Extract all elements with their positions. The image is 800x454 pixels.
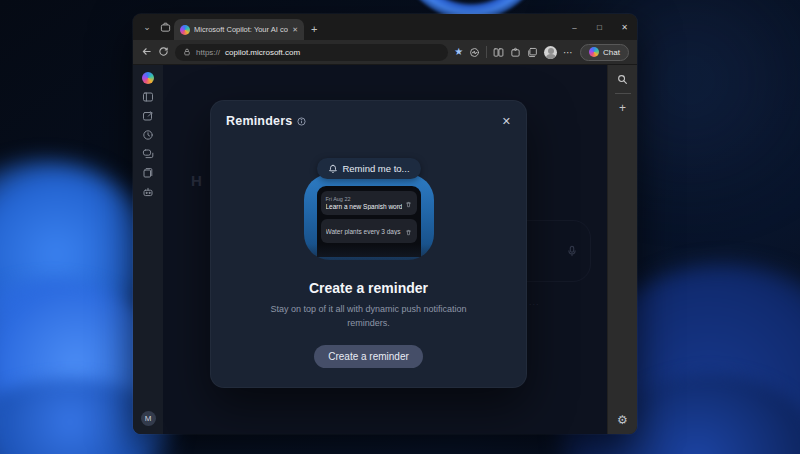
browser-tab[interactable]: Microsoft Copilot: Your AI compan ✕ xyxy=(174,19,304,40)
tab-title: Microsoft Copilot: Your AI compan xyxy=(194,25,288,34)
modal-description: Stay on top of it all with dynamic push … xyxy=(249,303,489,331)
remind-me-pill: Remind me to... xyxy=(316,158,420,179)
copilot-page: H ... Reminders ✕ xyxy=(163,65,607,434)
bookmark-star-icon[interactable]: ★ xyxy=(454,47,463,57)
sidebar-divider xyxy=(615,93,631,94)
more-menu-icon[interactable]: ⋯ xyxy=(563,47,574,58)
reminder-item: Fri Aug 22 Learn a new Spanish word xyxy=(321,191,417,215)
settings-gear-icon[interactable]: ⚙ xyxy=(617,414,628,426)
reminders-modal: Reminders ✕ Remind me to... xyxy=(210,100,527,388)
lock-icon xyxy=(183,48,191,56)
sidebar-add-icon[interactable]: + xyxy=(619,102,626,114)
remind-me-pill-label: Remind me to... xyxy=(342,163,409,174)
copilot-favicon-icon xyxy=(180,25,190,35)
window-controls: – □ ✕ xyxy=(562,14,637,40)
browser-essentials-icon[interactable] xyxy=(469,47,480,58)
url-host: copilot.microsoft.com xyxy=(225,48,300,57)
reminder-title: Water plants every 3 days xyxy=(326,228,402,235)
reminders-illustration: Remind me to... Fri Aug 22 Learn a new S… xyxy=(211,128,526,278)
page-content: M H ... Reminders ✕ xyxy=(133,65,637,434)
user-avatar[interactable]: M xyxy=(141,411,156,426)
desktop-wallpaper: ⌄ Microsoft Copilot: Your AI compan ✕ + … xyxy=(0,0,800,454)
history-icon[interactable] xyxy=(142,129,154,141)
info-icon[interactable] xyxy=(297,117,306,126)
collections-icon[interactable] xyxy=(527,47,538,58)
copilot-logo-icon xyxy=(589,47,599,57)
modal-heading: Create a reminder xyxy=(211,280,526,296)
reminder-title: Learn a new Spanish word xyxy=(326,203,402,210)
tab-search-icon[interactable]: ⌄ xyxy=(138,17,156,37)
trash-icon xyxy=(405,222,412,240)
extensions-icon[interactable] xyxy=(510,47,521,58)
modal-header: Reminders ✕ xyxy=(211,101,526,128)
copilot-sidebar: M xyxy=(133,65,163,434)
chat-button-label: Chat xyxy=(603,48,620,57)
bell-icon xyxy=(327,164,337,174)
split-screen-icon[interactable] xyxy=(493,47,504,58)
url-protocol: https:// xyxy=(196,48,220,57)
illustration-fade xyxy=(294,244,444,280)
profile-avatar[interactable] xyxy=(544,46,557,59)
modal-title: Reminders xyxy=(226,114,292,128)
reminder-date: Fri Aug 22 xyxy=(326,196,402,202)
new-chat-icon[interactable] xyxy=(142,110,154,122)
browser-window: ⌄ Microsoft Copilot: Your AI compan ✕ + … xyxy=(133,14,637,434)
reminder-item: Water plants every 3 days xyxy=(321,219,417,243)
pages-icon[interactable] xyxy=(142,167,154,179)
sidebar-toggle-icon[interactable] xyxy=(142,91,154,103)
tab-bar: ⌄ Microsoft Copilot: Your AI compan ✕ + … xyxy=(133,14,637,40)
modal-close-icon[interactable]: ✕ xyxy=(502,115,511,128)
copilot-logo-icon[interactable] xyxy=(142,72,154,84)
minimize-button[interactable]: – xyxy=(562,14,587,40)
address-bar[interactable]: https://copilot.microsoft.com xyxy=(175,44,448,61)
browser-toolbar: https://copilot.microsoft.com ★ ⋯ Chat xyxy=(133,40,637,65)
workspaces-icon[interactable] xyxy=(156,17,174,37)
maximize-button[interactable]: □ xyxy=(587,14,612,40)
trash-icon xyxy=(405,194,412,212)
search-icon[interactable] xyxy=(617,74,628,85)
edge-sidebar: + ⚙ xyxy=(607,65,637,434)
chats-icon[interactable] xyxy=(142,148,154,160)
refresh-icon[interactable] xyxy=(158,43,169,61)
copilot-chat-button[interactable]: Chat xyxy=(580,44,629,61)
back-icon[interactable] xyxy=(141,43,152,61)
toolbar-divider xyxy=(486,46,487,58)
create-reminder-button[interactable]: Create a reminder xyxy=(314,345,423,368)
new-tab-button[interactable]: + xyxy=(311,24,317,35)
tab-close-icon[interactable]: ✕ xyxy=(292,26,298,34)
agents-icon[interactable] xyxy=(142,186,154,198)
close-button[interactable]: ✕ xyxy=(612,14,637,40)
